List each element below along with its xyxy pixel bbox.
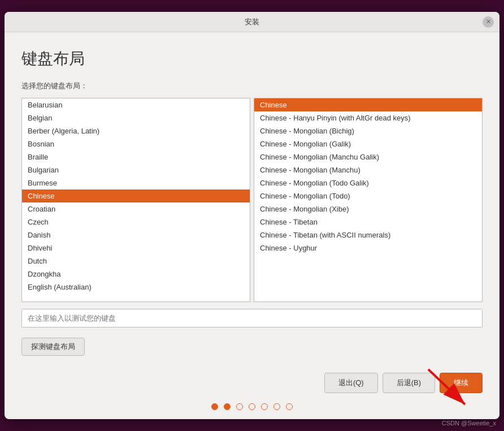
progress-dot [261,403,268,410]
test-input-row [21,309,483,327]
arrow-icon [423,364,473,415]
list-item[interactable]: Chinese - Mongolian (Galik) [254,137,482,150]
progress-dot [286,403,293,410]
list-item[interactable]: Chinese [22,189,250,202]
quit-button[interactable]: 退出(Q) [324,373,378,393]
layout-list[interactable]: ChineseChinese - Hanyu Pinyin (with AltG… [254,98,483,302]
page-title: 键盘布局 [21,48,483,70]
progress-dot [236,403,243,410]
list-item[interactable]: Chinese - Hanyu Pinyin (with AltGr dead … [254,111,482,124]
watermark: CSDN @Sweetie_x [442,420,496,426]
list-item[interactable]: Chinese - Mongolian (Manchu Galik) [254,150,482,163]
list-item[interactable]: Dutch [22,255,250,268]
list-item[interactable]: Chinese - Tibetan [254,215,482,229]
keyboard-lists: BelarusianBelgianBerber (Algeria, Latin)… [21,98,483,302]
action-buttons: 退出(Q) 后退(B) 继续 [21,373,483,393]
list-item[interactable]: Chinese - Mongolian (Bichig) [254,124,482,137]
list-item[interactable]: Chinese - Tibetan (with ASCII numerals) [254,229,482,242]
subtitle: 选择您的键盘布局： [21,81,483,91]
detect-layout-button[interactable]: 探测键盘布局 [21,338,85,356]
list-item[interactable]: Dhivehi [22,242,250,255]
list-item[interactable]: Croatian [22,202,250,215]
main-window: 安装 ✕ 键盘布局 选择您的键盘布局： BelarusianBelgianBer… [5,12,499,419]
list-item[interactable]: Danish [22,229,250,242]
list-item[interactable]: Belarusian [22,98,250,111]
language-list[interactable]: BelarusianBelgianBerber (Algeria, Latin)… [21,98,250,302]
list-item[interactable]: Chinese - Mongolian (Manchu) [254,163,482,176]
progress-dot [211,403,218,410]
list-item[interactable]: Berber (Algeria, Latin) [22,124,250,137]
list-item[interactable]: Burmese [22,176,250,189]
list-item[interactable]: Chinese - Uyghur [254,242,482,255]
list-item[interactable]: Czech [22,215,250,229]
progress-dots [211,403,293,410]
list-item[interactable]: Chinese [254,98,482,111]
list-item[interactable]: Braille [22,150,250,163]
close-button[interactable]: ✕ [483,16,494,28]
list-item[interactable]: Bosnian [22,137,250,150]
keyboard-test-input[interactable] [21,309,483,327]
titlebar: 安装 ✕ [5,12,499,32]
progress-dot [224,403,231,410]
list-item[interactable]: Bulgarian [22,163,250,176]
list-item[interactable]: Belgian [22,111,250,124]
footer: 退出(Q) 后退(B) 继续 [5,367,499,419]
progress-dot [273,403,280,410]
content-area: 键盘布局 选择您的键盘布局： BelarusianBelgianBerber (… [5,32,499,367]
list-item[interactable]: Dzongkha [22,268,250,281]
progress-dot [249,403,255,410]
svg-line-1 [428,369,465,404]
list-item[interactable]: English (Australian) [22,281,250,294]
list-item[interactable]: Chinese - Mongolian (Xibe) [254,202,482,215]
window-title: 安装 [245,17,259,27]
list-item[interactable]: Chinese - Mongolian (Todo Galik) [254,176,482,189]
list-item[interactable]: Chinese - Mongolian (Todo) [254,189,482,202]
